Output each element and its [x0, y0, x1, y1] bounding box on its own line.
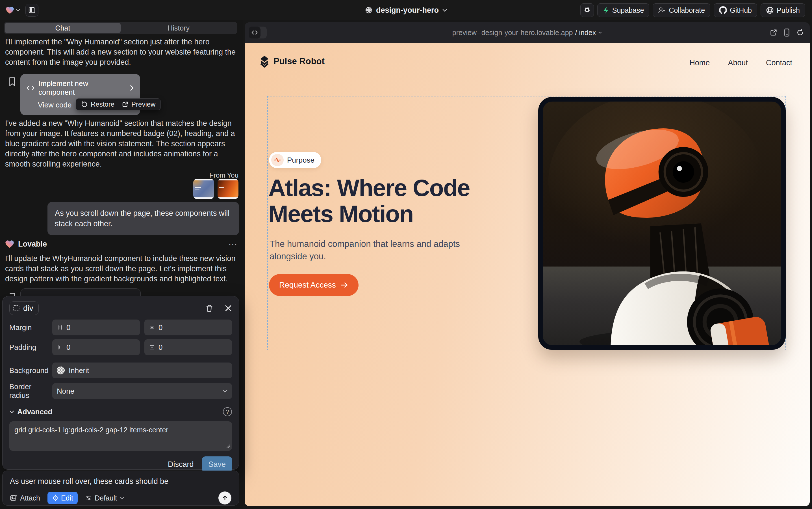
topbar: design-your-hero Supabase Col	[0, 0, 812, 20]
supabase-label: Supabase	[612, 6, 644, 14]
project-switcher[interactable]: design-your-hero	[365, 0, 447, 20]
publish-label: Publish	[777, 6, 800, 14]
refresh-icon[interactable]	[796, 29, 804, 36]
assistant-message-1: I'll implement the "Why Humanoid" sectio…	[5, 37, 238, 67]
project-name: design-your-hero	[376, 6, 439, 15]
implement-card-title: Implement new component	[38, 79, 122, 97]
margin-vertical-icon	[149, 324, 155, 331]
chat-history-tabs: Chat History	[4, 22, 237, 34]
nav-link-contact[interactable]: Contact	[766, 59, 792, 67]
site-canvas: Pulse Robot Home About Contact Purpose A…	[245, 43, 810, 506]
tab-history[interactable]: History	[121, 23, 236, 33]
transparency-swatch-icon	[57, 367, 65, 374]
margin-x-value: 0	[66, 323, 70, 332]
attach-button[interactable]: Attach	[10, 494, 40, 502]
request-access-button[interactable]: Request Access	[269, 274, 359, 296]
supabase-icon	[603, 6, 610, 14]
chevron-down-icon	[442, 9, 447, 12]
discard-button[interactable]: Discard	[168, 460, 194, 469]
send-button[interactable]	[218, 491, 231, 505]
resize-handle-icon[interactable]	[226, 444, 230, 450]
preview-url-path: / index	[575, 29, 596, 37]
external-link-icon	[122, 101, 128, 108]
chevron-down-icon[interactable]	[9, 410, 14, 413]
image-attach-icon	[10, 494, 17, 502]
margin-horizontal-icon	[57, 324, 63, 331]
chevron-down-icon	[222, 390, 227, 393]
github-label: GitHub	[730, 6, 752, 14]
edit-mode-button[interactable]: Edit	[47, 492, 78, 504]
edit-label: Edit	[61, 494, 73, 502]
collaborate-button[interactable]: Collaborate	[653, 3, 710, 17]
sliders-icon	[85, 495, 92, 501]
from-you-label: From You	[209, 171, 238, 179]
attachment-thumbnails	[193, 179, 238, 199]
chat-input[interactable]	[10, 477, 231, 486]
model-selector[interactable]: Default	[85, 494, 124, 502]
margin-label: Margin	[9, 323, 52, 332]
pulse-activity-icon	[271, 154, 284, 166]
nav-link-home[interactable]: Home	[689, 59, 710, 67]
delete-element-button[interactable]	[206, 304, 213, 312]
margin-x-input[interactable]: 0	[52, 319, 140, 335]
background-label: Background	[9, 366, 52, 375]
margin-y-input[interactable]: 0	[144, 319, 232, 335]
supabase-button[interactable]: Supabase	[597, 3, 650, 17]
lovable-heart-icon	[6, 6, 14, 14]
background-input[interactable]: Inherit	[52, 363, 232, 378]
preview-panel: preview--design-your-hero.lovable.app / …	[245, 22, 810, 506]
lovable-heart-icon	[5, 240, 14, 248]
preview-url-domain: preview--design-your-hero.lovable.app	[452, 29, 573, 37]
margin-y-value: 0	[158, 323, 162, 332]
target-icon	[52, 495, 59, 501]
request-access-label: Request Access	[279, 280, 336, 290]
advanced-classes-textarea[interactable]: grid grid-cols-1 lg:grid-cols-2 gap-12 i…	[9, 421, 232, 451]
close-inspector-button[interactable]	[225, 305, 232, 312]
robot-illustration	[543, 102, 781, 345]
preview-button[interactable]: Preview	[122, 100, 155, 108]
advanced-section-label[interactable]: Advanced	[17, 407, 52, 416]
lovable-menu-button[interactable]	[6, 6, 20, 14]
arrow-right-icon	[340, 282, 348, 288]
padding-vertical-icon	[149, 344, 155, 350]
user-message-bubble: As you scroll down the page, these compo…	[47, 202, 239, 235]
github-button[interactable]: GitHub	[714, 3, 757, 17]
padding-x-input[interactable]: 0	[52, 339, 140, 355]
selected-element-chip[interactable]: div	[9, 301, 39, 315]
toggle-sidebar-button[interactable]	[26, 4, 38, 17]
attachment-thumbnail[interactable]	[193, 179, 214, 199]
background-value: Inherit	[69, 366, 89, 375]
site-logo[interactable]: Pulse Robot	[259, 55, 325, 68]
layers-diamond-icon	[259, 55, 270, 68]
hero-subtitle: The humanoid companion that learns and a…	[269, 238, 465, 263]
settings-button[interactable]	[580, 3, 594, 17]
save-button[interactable]: Save	[202, 456, 232, 472]
github-icon	[719, 6, 727, 14]
collaborate-label: Collaborate	[669, 6, 705, 14]
dashed-box-icon	[13, 305, 20, 312]
help-icon[interactable]: ?	[223, 407, 232, 416]
chevron-down-icon	[16, 9, 20, 11]
nav-link-about[interactable]: About	[728, 59, 748, 67]
chevron-down-icon	[120, 497, 124, 499]
tab-chat[interactable]: Chat	[5, 23, 121, 33]
padding-y-input[interactable]: 0	[144, 339, 232, 355]
padding-y-value: 0	[158, 343, 162, 352]
selected-element-tag: div	[23, 304, 33, 313]
purpose-badge: Purpose	[269, 152, 321, 168]
attachment-thumbnail[interactable]	[218, 179, 238, 199]
mobile-view-icon[interactable]	[784, 28, 790, 37]
border-radius-select[interactable]: None	[52, 383, 232, 399]
restore-button[interactable]: Restore	[81, 100, 114, 108]
globe-icon	[365, 6, 373, 14]
open-in-new-tab-icon[interactable]	[770, 29, 778, 36]
attach-label: Attach	[20, 494, 40, 502]
preview-url-bar[interactable]: preview--design-your-hero.lovable.app / …	[245, 22, 810, 43]
lovable-app-window: design-your-hero Supabase Col	[0, 0, 812, 509]
hero-robot-image	[538, 97, 786, 350]
publish-button[interactable]: Publish	[761, 3, 805, 17]
site-navbar: Pulse Robot Home About Contact	[245, 43, 810, 85]
message-menu-button[interactable]: ⋯	[228, 239, 238, 249]
chat-composer: Attach Edit Default	[2, 471, 239, 506]
bookmark-icon[interactable]	[8, 77, 16, 88]
